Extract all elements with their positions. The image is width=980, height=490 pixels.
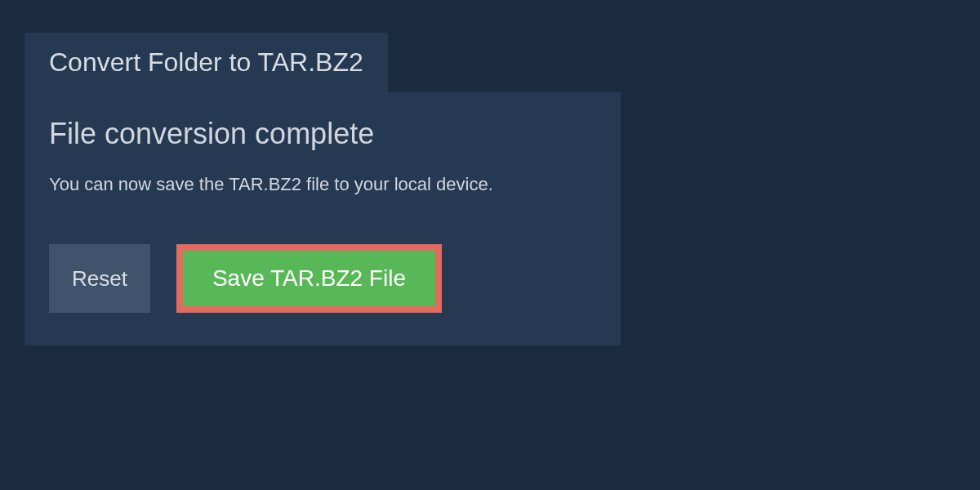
conversion-panel: File conversion complete You can now sav… (24, 92, 621, 345)
panel-title: File conversion complete (49, 117, 596, 151)
save-button[interactable]: Save TAR.BZ2 File (176, 244, 442, 313)
panel-message: You can now save the TAR.BZ2 file to you… (49, 174, 596, 195)
tab-header[interactable]: Convert Folder to TAR.BZ2 (24, 33, 388, 92)
reset-button[interactable]: Reset (49, 244, 150, 313)
main-container: Convert Folder to TAR.BZ2 File conversio… (0, 0, 980, 378)
button-row: Reset Save TAR.BZ2 File (49, 244, 596, 313)
tab-title: Convert Folder to TAR.BZ2 (49, 47, 363, 77)
